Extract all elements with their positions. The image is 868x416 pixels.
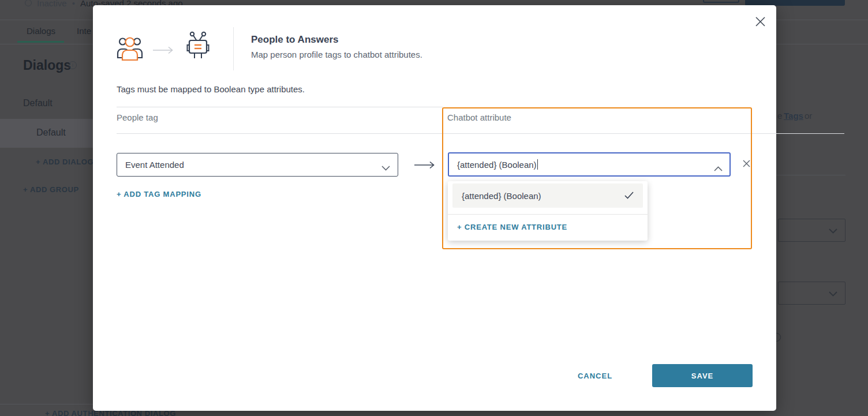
- chatbot-icon: [185, 31, 211, 65]
- right-panel-text-fragment: e: [777, 111, 782, 121]
- tags-link[interactable]: Tags: [784, 111, 803, 121]
- topbar-secondary-button[interactable]: [703, 0, 739, 3]
- people-tag-select-value: Event Attended: [125, 160, 184, 170]
- close-icon[interactable]: [753, 14, 767, 28]
- chevron-down-icon: [829, 228, 837, 234]
- tab-interactions[interactable]: Inte: [77, 26, 91, 36]
- sidebar-item-default[interactable]: Default: [0, 119, 93, 148]
- text-cursor: [537, 159, 538, 170]
- sidebar-group-default[interactable]: Default: [23, 98, 53, 108]
- status-label: Inactive: [37, 0, 67, 8]
- people-tag-column-label: People tag: [117, 113, 158, 122]
- boolean-note: Tags must be mapped to Boolean type attr…: [117, 84, 305, 94]
- status-circle-icon: [25, 0, 32, 6]
- tab-dialogs[interactable]: Dialogs: [27, 26, 55, 36]
- chevron-down-icon: [829, 291, 837, 297]
- attribute-option-label: {attended} (Boolean): [462, 191, 541, 201]
- attribute-dropdown-panel: {attended} (Boolean) + CREATE NEW ATTRIB…: [448, 181, 648, 241]
- chatbot-attribute-input-value: {attended} (Boolean): [457, 160, 537, 170]
- add-group-button[interactable]: + ADD GROUP: [23, 185, 79, 194]
- header-vertical-divider: [233, 27, 234, 70]
- right-panel-dropdown[interactable]: [778, 219, 845, 242]
- columns-top-divider: [117, 107, 443, 107]
- attribute-option[interactable]: {attended} (Boolean): [452, 183, 643, 208]
- mapping-arrow-icon: [414, 161, 436, 171]
- page-title-info-icon[interactable]: i: [69, 61, 77, 69]
- chevron-up-icon[interactable]: [714, 163, 723, 173]
- check-icon: [624, 191, 634, 201]
- modal-title: People to Answers: [251, 34, 338, 46]
- chatbot-attribute-input[interactable]: {attended} (Boolean): [448, 152, 731, 177]
- sidebar-bottom-divider: [0, 404, 93, 404]
- people-to-answers-modal: People to Answers Map person profile tag…: [93, 5, 776, 411]
- cancel-button[interactable]: CANCEL: [555, 364, 635, 387]
- arrow-right-icon: [152, 46, 174, 57]
- people-tag-select[interactable]: Event Attended: [117, 153, 398, 177]
- right-panel-text-fragment: or: [805, 111, 812, 121]
- add-dialog-button[interactable]: + ADD DIALOG: [36, 158, 93, 166]
- save-button[interactable]: SAVE: [652, 364, 753, 387]
- tab-dialogs-active-underline: [17, 41, 64, 43]
- chevron-down-icon: [381, 163, 390, 173]
- chatbot-attribute-column-label: Chatbot attribute: [447, 113, 511, 122]
- dropdown-divider: [448, 214, 648, 215]
- create-new-attribute-button[interactable]: + CREATE NEW ATTRIBUTE: [457, 223, 567, 231]
- add-tag-mapping-button[interactable]: + ADD TAG MAPPING: [117, 190, 201, 198]
- people-group-icon: [117, 35, 143, 63]
- right-panel-dropdown[interactable]: [778, 282, 845, 305]
- page-title: Dialogs: [23, 58, 71, 73]
- status-separator: •: [72, 0, 75, 8]
- clear-icon[interactable]: [740, 158, 752, 169]
- sidebar-item-label: Default: [36, 128, 66, 138]
- modal-subtitle: Map person profile tags to chatbot attri…: [251, 50, 422, 59]
